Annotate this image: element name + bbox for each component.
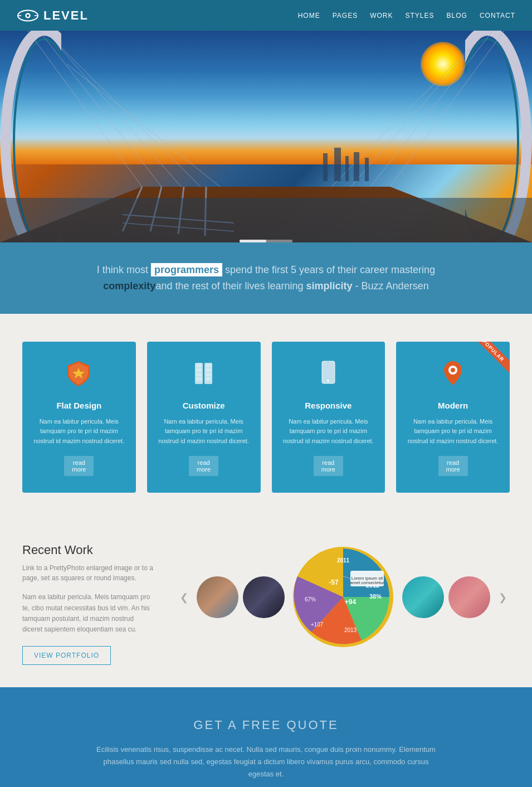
portfolio-thumb-1[interactable] — [197, 576, 238, 618]
feature-title-responsive: Responsive — [283, 401, 374, 410]
header: LEVEL HOME PAGES WORK STYLES BLOG CONTAC… — [0, 0, 532, 31]
svg-text:+94: +94 — [345, 598, 357, 606]
features-grid: Flat Design Nam ea labitur pericula. Mei… — [22, 342, 510, 493]
quote-highlight: programmers — [151, 263, 222, 276]
feature-card-modern: POPULAR Modern Nam ea labitur pericula. … — [396, 342, 510, 493]
work-desc: Nam ea labitur pericula. Meis tamquam pr… — [22, 592, 155, 635]
feature-title-flat-design: Flat Design — [33, 401, 125, 410]
nav-home[interactable]: HOME — [298, 12, 320, 20]
svg-rect-34 — [240, 240, 292, 242]
svg-rect-44 — [206, 368, 211, 372]
svg-text:amet consectetur: amet consectetur — [350, 580, 384, 585]
svg-rect-41 — [196, 377, 202, 381]
work-title: Recent Work — [22, 543, 155, 557]
svg-rect-43 — [206, 364, 211, 367]
feature-title-customize: Customize — [158, 401, 250, 410]
feature-card-responsive: Responsive Nam ea labitur pericula. Meis… — [272, 342, 385, 493]
nav-work[interactable]: WORK — [370, 12, 393, 20]
svg-line-26 — [123, 215, 234, 223]
svg-line-27 — [123, 223, 234, 231]
svg-rect-39 — [196, 368, 202, 372]
carousel-prev[interactable]: ❮ — [177, 589, 191, 606]
logo-eye-icon — [17, 9, 39, 22]
portfolio-thumb-2[interactable] — [243, 576, 285, 618]
svg-rect-35 — [240, 240, 266, 242]
feature-card-flat-design: Flat Design Nam ea labitur pericula. Mei… — [22, 342, 136, 493]
svg-text:2011: 2011 — [337, 557, 350, 563]
svg-line-25 — [205, 187, 206, 236]
portfolio-thumb-3[interactable] — [402, 576, 444, 618]
map-pin-icon — [407, 358, 499, 394]
work-subtitle: Link to a PrettyPhoto enlarged image or … — [22, 563, 155, 583]
svg-point-52 — [451, 368, 455, 372]
read-more-flat-design[interactable]: readmore — [64, 456, 94, 476]
feature-desc-flat-design: Nam ea labitur pericula. Meis tamquam pr… — [33, 417, 125, 446]
work-carousel: ❮ 2011 2012 38% 201 — [177, 543, 510, 652]
svg-point-49 — [327, 380, 329, 382]
svg-text:2013: 2013 — [344, 627, 357, 633]
svg-marker-11 — [0, 187, 532, 242]
svg-rect-38 — [196, 364, 202, 367]
nav-pages[interactable]: PAGES — [333, 12, 358, 20]
view-portfolio-button[interactable]: VIEW PORTFOLIO — [22, 646, 111, 665]
cta-desc: Ecilisis venenatis risus, suspendisse ac… — [94, 744, 439, 780]
main-nav: HOME PAGES WORK STYLES BLOG CONTACT — [298, 12, 515, 20]
svg-text:38%: 38% — [369, 593, 382, 600]
svg-line-24 — [178, 187, 184, 234]
read-more-responsive[interactable]: readmore — [314, 456, 343, 476]
mobile-icon — [283, 358, 374, 394]
svg-marker-12 — [0, 187, 532, 242]
nav-contact[interactable]: CONTACT — [480, 12, 515, 20]
feature-desc-customize: Nam ea labitur pericula. Meis tamquam pr… — [158, 417, 250, 446]
svg-line-23 — [150, 187, 162, 231]
svg-rect-46 — [206, 377, 211, 381]
feature-desc-responsive: Nam ea labitur pericula. Meis tamquam pr… — [283, 417, 374, 446]
shield-icon — [33, 358, 125, 394]
feature-card-customize: Customize Nam ea labitur pericula. Meis … — [147, 342, 261, 493]
carousel-next[interactable]: ❯ — [496, 589, 510, 606]
hero-section — [0, 31, 532, 242]
svg-rect-28 — [0, 198, 532, 242]
carousel-images: 2011 2012 38% 2013 +107 67% -57 +94 Lore… — [197, 543, 490, 652]
server-icon — [158, 358, 250, 394]
quote-section: I think most programmers spend the first… — [0, 242, 532, 314]
svg-text:+107: +107 — [311, 621, 324, 628]
read-more-customize[interactable]: readmore — [189, 456, 218, 476]
svg-text:67%: 67% — [305, 596, 316, 603]
svg-point-50 — [327, 361, 329, 363]
portfolio-chart: 2011 2012 38% 2013 +107 67% -57 +94 Lore… — [289, 543, 398, 652]
feature-desc-modern: Nam ea labitur pericula. Meis tamquam pr… — [407, 417, 499, 446]
cta-section: GET A FREE QUOTE Ecilisis venenatis risu… — [0, 687, 532, 787]
features-section: Flat Design Nam ea labitur pericula. Mei… — [0, 314, 532, 521]
logo: LEVEL — [17, 8, 89, 23]
svg-line-22 — [123, 187, 142, 231]
recent-work-section: Recent Work Link to a PrettyPhoto enlarg… — [0, 521, 532, 687]
read-more-modern[interactable]: readmore — [438, 456, 468, 476]
hero-sun — [421, 42, 465, 86]
svg-text:-57: -57 — [329, 579, 339, 586]
feature-title-modern: Modern — [407, 401, 499, 410]
nav-blog[interactable]: BLOG — [447, 12, 467, 20]
nav-styles[interactable]: STYLES — [406, 12, 435, 20]
svg-rect-45 — [206, 373, 211, 376]
cta-title: GET A FREE QUOTE — [22, 718, 510, 732]
svg-rect-40 — [196, 373, 202, 376]
svg-rect-48 — [323, 364, 334, 378]
logo-text: LEVEL — [43, 8, 89, 23]
portfolio-thumb-4[interactable] — [448, 576, 490, 618]
quote-text: I think most programmers spend the first… — [45, 262, 487, 294]
svg-point-2 — [27, 14, 30, 17]
work-text: Recent Work Link to a PrettyPhoto enlarg… — [22, 543, 155, 665]
